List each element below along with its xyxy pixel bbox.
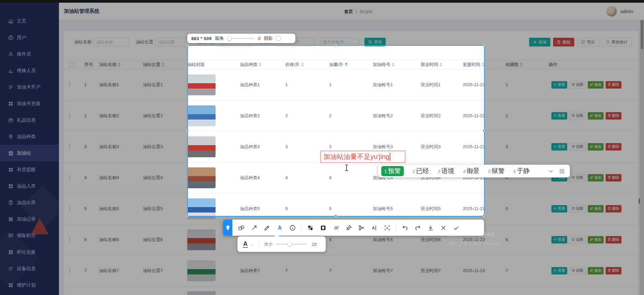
mosaic-tool-icon[interactable]: [306, 224, 314, 232]
delete-row-button[interactable]: 删除: [606, 143, 621, 151]
row-select[interactable]: [64, 113, 79, 118]
delete-row-button[interactable]: 删除: [606, 236, 621, 243]
selection-handle[interactable]: [483, 44, 485, 46]
remind-button[interactable]: 提醒: [569, 81, 586, 89]
view-button[interactable]: 查看: [551, 112, 567, 120]
remind-button[interactable]: 提醒: [569, 205, 586, 212]
ime-candidate-御景[interactable]: 4御景: [463, 167, 479, 175]
sort-carets[interactable]: [162, 63, 164, 67]
sidebar-item-加油记录[interactable]: 加油记录: [0, 211, 59, 227]
edit-button[interactable]: 修改: [588, 236, 604, 243]
scrollbar[interactable]: ▲: [640, 3, 644, 295]
row-checkbox[interactable]: [69, 237, 70, 242]
undo-tool-icon[interactable]: [401, 224, 409, 232]
number-tool-icon[interactable]: 1: [288, 224, 296, 232]
chevron-down-icon[interactable]: [548, 169, 553, 174]
row-select[interactable]: [64, 144, 79, 149]
selection-handle[interactable]: [187, 44, 189, 46]
selection-handle[interactable]: [187, 130, 189, 132]
sort-carets[interactable]: [520, 63, 523, 67]
row-checkbox[interactable]: [69, 82, 70, 88]
row-select[interactable]: [64, 82, 79, 87]
remind-button[interactable]: 提醒: [569, 267, 586, 274]
selection-handle[interactable]: [187, 215, 189, 217]
add-button[interactable]: 添加: [529, 38, 550, 46]
ime-candidate-狱警[interactable]: 5狱警: [488, 167, 505, 175]
row-select[interactable]: [64, 206, 79, 211]
radius-slider-knob[interactable]: [227, 36, 232, 41]
user-menu[interactable]: admin: [606, 6, 633, 17]
confirm-tool-icon[interactable]: [452, 224, 460, 232]
edit-button[interactable]: 修改: [588, 267, 604, 274]
row-checkbox[interactable]: [69, 268, 70, 273]
ime-grid-icon[interactable]: [559, 169, 565, 174]
filter-name-input[interactable]: [94, 38, 129, 46]
export-button[interactable]: 导出: [577, 38, 599, 46]
remind-button[interactable]: 提醒: [569, 143, 586, 151]
sidebar-item-油品种类[interactable]: 油品种类: [0, 128, 59, 145]
sidebar-item-补货提醒[interactable]: 补货提醒: [0, 161, 59, 178]
row-checkbox[interactable]: [69, 144, 70, 150]
ocr-tool-icon[interactable]: A: [383, 224, 391, 232]
pen-tool-icon[interactable]: [263, 224, 271, 232]
remind-button[interactable]: 提醒: [569, 112, 586, 120]
edit-button[interactable]: 修改: [588, 205, 604, 212]
scissors-tool-icon[interactable]: [357, 224, 365, 232]
sidebar-item-设备信息[interactable]: 设备信息: [0, 260, 59, 277]
font-color-button[interactable]: A: [243, 240, 248, 248]
pin-tool-icon[interactable]: [345, 224, 353, 232]
delete-button[interactable]: 删除: [553, 38, 574, 46]
column-header-油站位置[interactable]: 油站位置: [138, 62, 183, 68]
select-all-checkbox[interactable]: [69, 62, 74, 67]
sidebar-item-领取积分[interactable]: 领取积分: [0, 227, 59, 244]
strokes-tool-icon[interactable]: [332, 224, 340, 232]
edit-button[interactable]: 修改: [588, 174, 604, 182]
view-button[interactable]: 查看: [551, 267, 567, 274]
text-tool-icon[interactable]: A: [276, 224, 284, 232]
row-checkbox[interactable]: [69, 206, 70, 211]
shapes-tool-icon[interactable]: [237, 224, 245, 232]
edit-button[interactable]: 修改: [588, 143, 604, 151]
ime-candidate-已经[interactable]: 2已经: [413, 167, 429, 175]
header-select-all[interactable]: [64, 62, 79, 67]
remind-button[interactable]: 提醒: [569, 174, 586, 182]
selection-handle[interactable]: [483, 215, 485, 217]
row-checkbox[interactable]: [69, 175, 70, 181]
remind-button[interactable]: 提醒: [569, 236, 586, 243]
delete-row-button[interactable]: 删除: [606, 81, 621, 89]
blur-tool-icon[interactable]: [319, 224, 327, 232]
row-select[interactable]: [64, 175, 79, 180]
sidebar-item-油品入库[interactable]: 油品入库: [0, 178, 59, 194]
delete-row-button[interactable]: 删除: [606, 174, 621, 182]
delete-row-button[interactable]: 删除: [606, 112, 621, 120]
view-button[interactable]: 查看: [551, 81, 567, 89]
view-button[interactable]: 查看: [551, 236, 567, 243]
sidebar-item-主页[interactable]: 主页: [0, 13, 59, 29]
ime-candidate-预警[interactable]: 1预警: [381, 166, 404, 176]
view-button[interactable]: 查看: [551, 205, 567, 212]
ime-candidate-语境[interactable]: 3语境: [438, 167, 454, 175]
chevron-down-icon[interactable]: ⌄: [251, 242, 254, 246]
column-header-油站名称[interactable]: 油站名称: [94, 62, 138, 68]
selection-handle[interactable]: [483, 130, 485, 132]
breadcrumb-home[interactable]: 首页: [344, 9, 353, 15]
sidebar-item-加油站[interactable]: 加油站: [0, 145, 59, 161]
delete-row-button[interactable]: 删除: [606, 205, 621, 212]
arrow-tool-icon[interactable]: [250, 224, 258, 232]
row-checkbox[interactable]: [69, 113, 70, 119]
selection-handle[interactable]: [335, 215, 337, 217]
shadow-checkbox[interactable]: [276, 36, 281, 41]
sidebar-item-礼品信息[interactable]: 礼品信息: [0, 112, 59, 128]
capture-selection[interactable]: [187, 45, 485, 217]
text-annotation-box[interactable]: 加油站油量不足yu'jing: [320, 151, 406, 163]
stock-stats-button[interactable]: 库存统计: [602, 38, 632, 46]
sidebar-item-加油卡充值[interactable]: 加油卡充值: [0, 95, 59, 112]
column-header-收藏数[interactable]: 收藏数: [501, 62, 544, 68]
close-tool-icon[interactable]: [439, 224, 447, 232]
sidebar-item-操作员[interactable]: 操作员: [0, 46, 59, 62]
filter-location-input[interactable]: [155, 38, 191, 46]
row-select[interactable]: [64, 268, 79, 273]
redo-tool-icon[interactable]: [414, 224, 422, 232]
radius-slider[interactable]: [227, 38, 255, 39]
edit-button[interactable]: 修改: [588, 112, 604, 120]
